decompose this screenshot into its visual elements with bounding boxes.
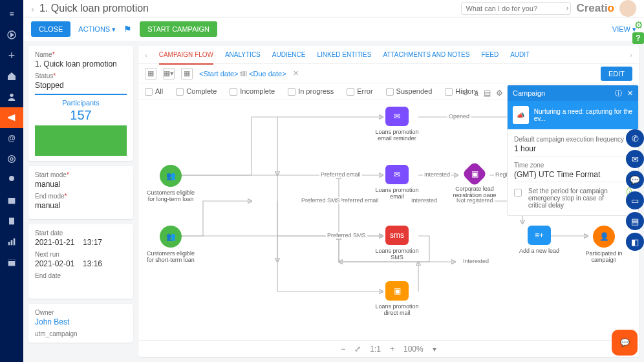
zoom-fit-icon[interactable]: ⤢: [354, 345, 361, 354]
tab-audit[interactable]: AUDIT: [510, 46, 530, 63]
layers-icon[interactable]: ▤: [484, 89, 491, 98]
end-mode-value[interactable]: manual: [35, 201, 127, 210]
nav-item-calendar[interactable]: [0, 252, 23, 273]
zoom-reset-icon[interactable]: 1:1: [370, 345, 381, 354]
node-sms[interactable]: smsLoans promotion SMS: [371, 226, 423, 261]
calendar-icon[interactable]: ▦: [145, 68, 156, 80]
date-range[interactable]: <Start date> till <Due date>: [199, 70, 286, 78]
nav-item-add[interactable]: +: [0, 45, 23, 66]
user-avatar[interactable]: [619, 0, 636, 17]
end-mode-label: End mode: [35, 193, 127, 200]
close-icon[interactable]: ✕: [627, 89, 633, 98]
nav-item-building2[interactable]: [0, 211, 23, 231]
tab-bar: ‹ CAMPAIGN FLOW ANALYTICS AUDIENCE LINKE…: [138, 46, 639, 64]
next-run-time[interactable]: 13:16: [83, 259, 127, 268]
start-mode-label: Start mode: [35, 171, 127, 178]
tab-audience[interactable]: AUDIENCE: [272, 46, 306, 63]
node-email-reminder[interactable]: ✉Loans promotion email reminder: [371, 107, 423, 142]
svg-rect-7: [8, 242, 10, 245]
nav-item-building1[interactable]: [0, 190, 23, 211]
calendar-pin[interactable]: ▦: [181, 68, 193, 80]
start-date[interactable]: 2021-01-21: [35, 238, 79, 247]
text-tool-icon[interactable]: a: [474, 89, 478, 98]
phone-icon[interactable]: ✆: [626, 129, 644, 147]
start-time[interactable]: 13:17: [83, 238, 127, 247]
chk-error[interactable]: Error: [347, 87, 372, 96]
global-search-input[interactable]: [461, 2, 571, 15]
details-sidebar: Name 1. Quick loan promotion Status Stop…: [23, 41, 138, 362]
node-audience1[interactable]: 👥Customers eligible for long-term loan: [145, 165, 197, 203]
close-button[interactable]: CLOSE: [31, 21, 70, 37]
zoom-out-icon[interactable]: −: [341, 345, 345, 354]
tab-feed[interactable]: FEED: [481, 46, 499, 63]
chat-icon[interactable]: 💬: [626, 171, 644, 189]
node-directmail[interactable]: ▣Loans promotion direct mail: [371, 281, 423, 317]
status-value: Stopped: [35, 81, 127, 90]
actions-dropdown[interactable]: ACTIONS ▾: [78, 25, 116, 34]
node-exit[interactable]: 👤Participated in campaign: [578, 226, 630, 264]
nav-collapse[interactable]: ≡: [0, 4, 23, 25]
start-mode-value[interactable]: manual: [35, 180, 127, 189]
note-icon[interactable]: ▤: [626, 212, 644, 230]
tab-linked[interactable]: LINKED ENTITIES: [317, 46, 371, 63]
zoom-value[interactable]: 100%: [403, 345, 424, 354]
emergency-stop-checkbox[interactable]: [514, 189, 522, 197]
panel-title: Campaign: [513, 89, 545, 97]
node-audience2[interactable]: 👥Customers eligible for short-term loan: [145, 226, 197, 264]
sms-icon[interactable]: ▭: [626, 191, 644, 209]
chk-complete[interactable]: Complete: [176, 87, 217, 96]
node-landing[interactable]: ▣Corporate lead registration page: [449, 165, 500, 199]
nav-item-target[interactable]: [0, 149, 23, 169]
canvas-toolbar: ↺ a ▤ ⚙: [462, 89, 503, 98]
nav-item-play[interactable]: [0, 25, 23, 45]
intercom-fab[interactable]: 💬: [612, 330, 638, 356]
help-icon[interactable]: ?: [632, 32, 644, 44]
goal-label: Reached the goal: [35, 131, 127, 138]
chk-inprogress[interactable]: In progress: [288, 87, 334, 96]
tab-analytics[interactable]: ANALYTICS: [225, 46, 261, 63]
campaign-panel: Campaign ⓘ ✕ 📣 Nurturing a need: capturi…: [507, 85, 639, 216]
start-campaign-button[interactable]: START CAMPAIGN: [140, 21, 217, 37]
nav-item-home[interactable]: [0, 66, 23, 87]
edge-interested: Interested: [423, 171, 451, 178]
zoom-chevron[interactable]: ▾: [433, 345, 436, 354]
brand-logo: Creatio: [576, 2, 614, 15]
undo-icon[interactable]: ↺: [462, 89, 469, 98]
edge-notreg: Not registered: [455, 197, 495, 204]
nav-item-balloon[interactable]: [0, 169, 23, 190]
tabs-prev[interactable]: ‹: [145, 51, 147, 59]
tab-flow[interactable]: CAMPAIGN FLOW: [159, 46, 213, 65]
gear-icon[interactable]: ⚙: [496, 89, 503, 98]
tz-value[interactable]: (GMT) UTC Time Format: [514, 170, 632, 182]
panel-subtitle: Nurturing a need: capturing for the ev..…: [534, 108, 633, 122]
next-run-label: Next run: [35, 251, 127, 258]
zoom-in-icon[interactable]: +: [390, 345, 394, 354]
next-run-date[interactable]: 2021-02-01: [35, 259, 79, 268]
flag-icon[interactable]: ⚑: [123, 24, 132, 34]
chk-all[interactable]: All: [145, 87, 163, 96]
name-label: Name: [35, 51, 127, 58]
chk-incomplete[interactable]: Incomplete: [230, 87, 275, 96]
node-addlead2[interactable]: ≡+Add a new lead: [513, 226, 565, 254]
bookmark-icon[interactable]: ◧: [626, 233, 644, 251]
tabs-next[interactable]: ›: [630, 51, 632, 59]
mail-icon[interactable]: ✉: [626, 150, 644, 168]
chk-suspended[interactable]: Suspended: [386, 87, 433, 96]
chevron-icon[interactable]: ›: [31, 3, 34, 14]
gear-icon[interactable]: ⚙: [632, 19, 644, 31]
tab-attachments[interactable]: ATTACHMENTS AND NOTES: [383, 46, 469, 63]
info-icon[interactable]: ⓘ: [615, 89, 622, 98]
edit-button[interactable]: EDIT: [601, 67, 632, 81]
calendar-dropdown[interactable]: ▦▾: [163, 68, 175, 80]
chevron-right-icon[interactable]: ›: [566, 4, 569, 12]
nav-item-campaign[interactable]: [0, 107, 23, 128]
nav-item-contact[interactable]: [0, 87, 23, 107]
name-value[interactable]: 1. Quick loan promotion: [35, 59, 127, 69]
freq-value[interactable]: 1 hour: [514, 144, 632, 156]
owner-value[interactable]: John Best: [35, 317, 127, 326]
nav-item-at[interactable]: @: [0, 128, 23, 149]
action-bar: CLOSE ACTIONS ▾ ⚑ START CAMPAIGN VIEW ▾: [23, 17, 644, 41]
nav-item-chart[interactable]: [0, 231, 23, 252]
node-email[interactable]: ✉Loans promotion email: [371, 165, 423, 200]
clear-date-icon[interactable]: ✕: [293, 69, 299, 78]
